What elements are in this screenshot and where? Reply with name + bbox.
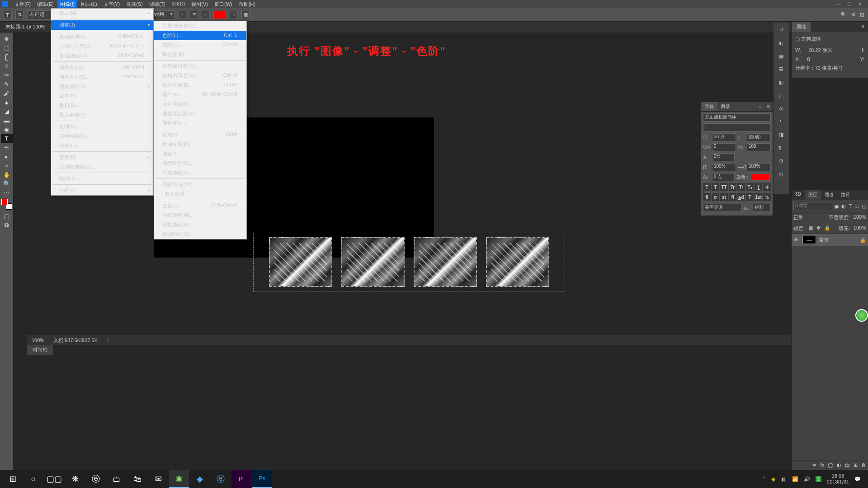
collapse-icon[interactable]: »	[756, 102, 764, 111]
baseline-input[interactable]: 0 点	[712, 173, 735, 181]
photoshop-icon[interactable]: Ps	[252, 470, 272, 488]
menu-3[interactable]: 图层(L)	[78, 0, 99, 9]
font-size-input[interactable]: 30 点	[712, 133, 736, 141]
adjustments-icon[interactable]: ◧	[775, 76, 787, 88]
menu-item[interactable]: 照片滤镜(F)...	[154, 99, 246, 109]
libraries-icon[interactable]: ☰	[775, 63, 787, 75]
mail-icon[interactable]: ✉	[148, 470, 168, 488]
marquee-tool[interactable]: ⬚	[1, 43, 13, 52]
scale-input[interactable]: 0%	[712, 153, 735, 161]
type-tool[interactable]: T	[1, 134, 13, 143]
menu-item[interactable]: 分析(A)▸	[51, 186, 153, 195]
menu-item[interactable]: 去色(D)Shift+Ctrl+U	[154, 201, 246, 211]
tray-chevron[interactable]: ˄	[763, 476, 766, 482]
character-icon[interactable]: A|	[775, 103, 787, 114]
panel-menu-icon[interactable]: ≡	[858, 22, 868, 32]
menu-item[interactable]: 画布大小(S)...Alt+Ctrl+C	[51, 72, 153, 82]
menu-item[interactable]: 通道混合器(X)...	[154, 109, 246, 118]
premiere-icon[interactable]: Pr	[231, 470, 251, 488]
menu-item[interactable]: 自动对比度(U)Alt+Shift+Ctrl+L	[51, 42, 153, 51]
menu-6[interactable]: 滤镜(T)	[146, 0, 168, 9]
lock-icon[interactable]: 🔒	[860, 237, 866, 243]
ligature-button[interactable]: 1st	[755, 193, 762, 201]
styles-icon[interactable]: ⬚	[775, 89, 787, 101]
edit-toolbar[interactable]: ⋯	[1, 188, 13, 197]
opacity-value[interactable]: 100%	[854, 214, 866, 221]
tab-路径[interactable]: 路径	[837, 190, 854, 200]
cortana-icon[interactable]: ○	[24, 470, 43, 488]
gradient-tool[interactable]: ▬	[1, 116, 13, 125]
brush-tool[interactable]: 🖌	[1, 89, 13, 98]
menu-item[interactable]: 色调均化(Q)...	[154, 230, 246, 239]
tab-3D[interactable]: 3D	[792, 190, 805, 200]
menu-item[interactable]: 图像旋转(G)▸	[51, 82, 153, 91]
style-button[interactable]: TT	[720, 183, 728, 191]
ligature-button[interactable]: st	[720, 193, 728, 201]
menu-item[interactable]: 曝光度(E)...	[154, 50, 246, 59]
tab-properties[interactable]: 属性	[792, 22, 811, 32]
document-tab[interactable]: 未标题-1 @ 100%	[0, 22, 51, 33]
align-right-icon[interactable]: ≡	[202, 11, 210, 19]
menu-item[interactable]: 匹配颜色(M)...	[154, 211, 246, 220]
ie-icon[interactable]: ⓔ	[86, 470, 106, 488]
menu-item[interactable]: 替换颜色(R)...	[154, 220, 246, 230]
tray-wifi[interactable]: 📶	[792, 476, 798, 482]
visibility-icon[interactable]: 👁	[793, 237, 800, 243]
tab-通道[interactable]: 通道	[821, 190, 837, 200]
status-arrow[interactable]: 〉	[107, 337, 112, 344]
text-color-field[interactable]	[752, 174, 770, 181]
filter-pixel-icon[interactable]: ▣	[834, 203, 839, 209]
layer-thumbnail[interactable]: ▬▬	[802, 236, 816, 244]
hscale-input[interactable]: 100%	[747, 163, 771, 171]
font-family-input[interactable]: 方正超粗黑简体	[703, 113, 771, 122]
leading-input[interactable]: (自动)	[747, 133, 771, 141]
layer-name[interactable]: 背景	[819, 237, 829, 244]
antialias-select[interactable]: 锐利	[152, 10, 175, 19]
filter-adjust-icon[interactable]: ◐	[841, 203, 846, 209]
menu-item[interactable]: 复制(D)...	[51, 122, 153, 131]
helper-badge[interactable]	[855, 309, 868, 322]
move-tool[interactable]: ✥	[1, 34, 13, 43]
align-left-icon[interactable]: ≡	[178, 11, 186, 19]
menu-item[interactable]: 裁剪(P)	[51, 91, 153, 101]
menu-2[interactable]: 图像(I)	[57, 0, 77, 9]
lock-all-icon[interactable]: 🔒	[824, 225, 830, 232]
kerning-input[interactable]: 100	[747, 143, 771, 151]
clock[interactable]: 18:08 2018/1/31	[827, 473, 849, 485]
ligature-button[interactable]: σ	[712, 193, 719, 201]
tray-security[interactable]: ◉	[771, 476, 776, 482]
pstyles-icon[interactable]: ¶≡	[775, 142, 787, 154]
tray-battery[interactable]: ▮▯	[781, 476, 787, 482]
tray-volume[interactable]: 🔊	[804, 476, 810, 482]
menu-item[interactable]: 颜色查找...	[154, 118, 246, 128]
font-style-input[interactable]: -	[703, 123, 771, 131]
menu-item[interactable]: 调整(J)▸	[51, 20, 153, 30]
minimize-button[interactable]: —	[836, 1, 842, 7]
menu-item[interactable]: 自然饱和度(V)...	[154, 61, 246, 71]
taskview-icon[interactable]: ▢▢	[44, 470, 64, 488]
tab-paragraph[interactable]: 段落	[717, 102, 734, 111]
menu-item[interactable]: 阴影/高光(W)...	[154, 180, 246, 189]
screenmode-icon[interactable]: ⧉	[1, 221, 13, 230]
menu-item[interactable]: 亮度/对比度(C)...	[154, 21, 246, 31]
menu-8[interactable]: 视图(V)	[189, 0, 211, 9]
eyedropper-tool[interactable]: ✎	[1, 80, 13, 89]
share-icon[interactable]: ⟲	[851, 12, 855, 18]
style-button[interactable]: T	[712, 183, 719, 191]
glyphs-icon[interactable]: ◨	[775, 129, 787, 141]
foreground-color[interactable]	[1, 199, 8, 205]
swatches-icon[interactable]: ▦	[775, 50, 787, 62]
pen-tool[interactable]: ✒	[1, 143, 13, 152]
orientation-toggle[interactable]: ⇅	[15, 11, 24, 19]
lock-pixels-icon[interactable]: ▦	[808, 225, 813, 232]
menu-item[interactable]: 色相/饱和度(H)...Ctrl+U	[154, 71, 246, 80]
ligature-button[interactable]: ½	[763, 193, 771, 201]
menu-item[interactable]: 色阶(L)...Ctrl+L	[154, 31, 246, 40]
history-icon[interactable]: ↺	[775, 24, 787, 36]
eraser-tool[interactable]: ◢	[1, 107, 13, 116]
new-layer-icon[interactable]: ⊞	[854, 462, 858, 468]
menu-item[interactable]: 黑白(K)...Alt+Shift+Ctrl+B	[154, 90, 246, 99]
group-icon[interactable]: 🗀	[845, 462, 850, 468]
filter-text-icon[interactable]: T	[849, 203, 852, 209]
aa-select[interactable]: 锐利	[753, 204, 771, 212]
